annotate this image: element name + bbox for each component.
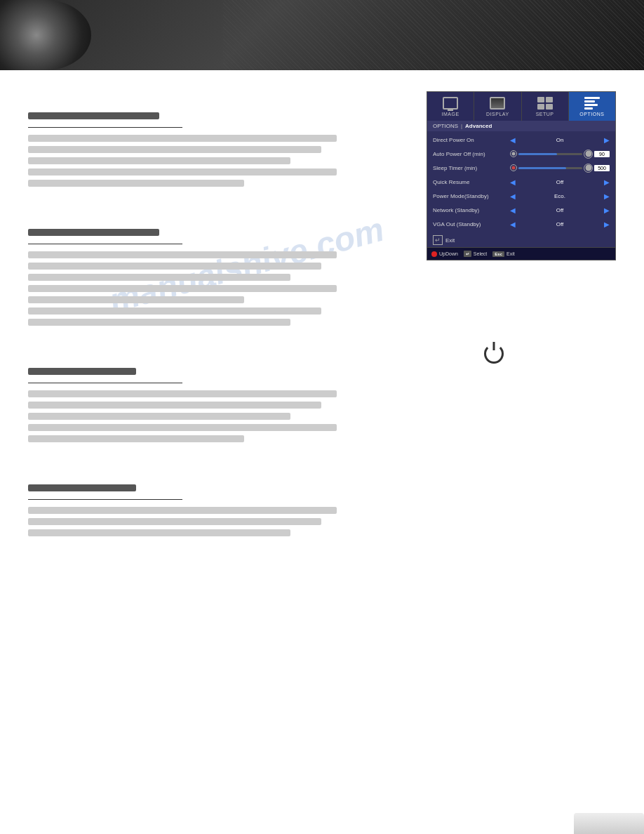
section-title-4 (28, 484, 182, 500)
text-line (28, 435, 244, 442)
image-icon-shape (443, 97, 458, 110)
power-icon (484, 344, 504, 364)
legend-exit-text: Exit (507, 251, 515, 256)
text-section-1 (28, 112, 337, 187)
tab-image-label: IMAGE (442, 112, 459, 117)
svg-point-2 (512, 166, 516, 170)
quick-resume-arrow-right[interactable]: ▶ (604, 178, 610, 186)
menu-item-network-standby: Network (Standby) ◀ Off ▶ (427, 203, 615, 217)
text-line (28, 402, 321, 409)
direct-power-on-value: On (518, 137, 602, 143)
text-line (28, 157, 290, 164)
vga-out-standby-label: VGA Out (Standby) (433, 221, 510, 227)
text-line (28, 390, 337, 397)
setup-icon-shape (537, 97, 553, 110)
text-line (28, 319, 290, 326)
legend-key-exit: Esc (492, 251, 504, 257)
tab-setup-label: SETUP (536, 112, 554, 117)
text-line (28, 518, 321, 525)
text-section-2 (28, 229, 337, 326)
text-line (28, 285, 337, 292)
power-mode-arrow-left[interactable]: ◀ (510, 192, 516, 200)
vga-out-standby-arrow-left[interactable]: ◀ (510, 220, 516, 228)
exit-arrow-symbol: ↵ (435, 237, 441, 244)
vga-out-standby-arrow-right[interactable]: ▶ (604, 220, 610, 228)
exit-icon: ↵ (433, 235, 443, 245)
tab-image[interactable]: IMAGE (427, 92, 474, 121)
display-tab-icon (488, 96, 507, 110)
text-line (28, 424, 337, 431)
network-standby-arrow-right[interactable]: ▶ (604, 206, 610, 214)
osd-tab-bar: IMAGE DISPLAY SETUP OPTIONS (427, 92, 615, 121)
power-icon-area (484, 344, 504, 366)
auto-power-off-number: 90 (594, 151, 610, 157)
text-line (28, 413, 290, 420)
tab-display[interactable]: DISPLAY (474, 92, 521, 121)
text-section-3 (28, 368, 337, 442)
text-line (28, 263, 321, 270)
sleep-timer-number: 500 (594, 165, 610, 171)
legend-updown-text: UpDown (439, 251, 458, 256)
menu-item-vga-out-standby: VGA Out (Standby) ◀ Off ▶ (427, 217, 615, 231)
text-line (28, 180, 244, 187)
main-content (0, 77, 379, 578)
legend-dot-updown (431, 251, 437, 257)
breadcrumb-separator: | (461, 123, 462, 129)
breadcrumb-root: OPTIONS (433, 123, 458, 129)
auto-power-off-control: 90 (510, 150, 610, 159)
page-header (0, 0, 644, 70)
svg-point-3 (585, 165, 591, 171)
osd-panel: IMAGE DISPLAY SETUP OPTIONS (427, 91, 616, 260)
exit-label[interactable]: Exit (445, 237, 455, 244)
menu-item-direct-power-on: Direct Power On ◀ On ▶ (427, 133, 615, 147)
text-line (28, 135, 337, 142)
svg-point-1 (585, 151, 591, 157)
lens-graphic (0, 0, 91, 70)
section-title-1 (28, 112, 182, 128)
sleep-timer-slider[interactable] (518, 167, 582, 169)
legend-key-select: ↵ (464, 251, 471, 257)
image-tab-icon (441, 96, 460, 110)
section-title-3 (28, 368, 182, 383)
direct-power-on-arrow-right[interactable]: ▶ (604, 136, 610, 144)
osd-breadcrumb: OPTIONS | Advanced (427, 121, 615, 131)
text-line (28, 274, 290, 281)
text-line (28, 146, 321, 153)
network-standby-arrow-left[interactable]: ◀ (510, 206, 516, 214)
tab-setup[interactable]: SETUP (522, 92, 569, 121)
direct-power-on-label: Direct Power On (433, 137, 510, 143)
vga-out-standby-control: ◀ Off ▶ (510, 220, 610, 228)
osd-menu: Direct Power On ◀ On ▶ Auto Power Off (m… (427, 131, 615, 232)
auto-power-off-slider[interactable] (518, 153, 582, 155)
text-line (28, 529, 290, 536)
tab-options-label: OPTIONS (579, 112, 604, 117)
auto-power-off-label: Auto Power Off (min) (433, 151, 510, 157)
network-standby-control: ◀ Off ▶ (510, 206, 610, 214)
tab-options[interactable]: OPTIONS (569, 92, 615, 121)
menu-item-power-mode: Power Mode(Standby) ◀ Eco. ▶ (427, 189, 615, 203)
power-mode-value: Eco. (518, 193, 602, 199)
network-standby-value: Off (518, 207, 602, 213)
header-pattern (223, 0, 644, 70)
legend-updown: UpDown (431, 251, 458, 257)
options-tab-icon (582, 96, 602, 110)
sleep-timer-label: Sleep Timer (min) (433, 165, 510, 171)
breadcrumb-child: Advanced (465, 123, 492, 129)
quick-resume-label: Quick Resume (433, 179, 510, 185)
page-tab (574, 813, 644, 834)
svg-point-0 (512, 152, 516, 156)
options-icon-shape (584, 97, 600, 110)
direct-power-on-arrow-left[interactable]: ◀ (510, 136, 516, 144)
text-line (28, 296, 244, 303)
text-section-4 (28, 484, 337, 536)
menu-item-sleep-timer: Sleep Timer (min) 500 (427, 161, 615, 175)
quick-resume-arrow-left[interactable]: ◀ (510, 178, 516, 186)
power-mode-label: Power Mode(Standby) (433, 193, 510, 199)
auto-power-off-icon-small (510, 150, 517, 157)
text-line (28, 507, 337, 514)
sleep-timer-icon-small (510, 164, 517, 171)
text-line (28, 168, 337, 176)
power-mode-arrow-right[interactable]: ▶ (604, 192, 610, 200)
display-icon-shape (490, 97, 505, 110)
tab-display-label: DISPLAY (486, 112, 509, 117)
